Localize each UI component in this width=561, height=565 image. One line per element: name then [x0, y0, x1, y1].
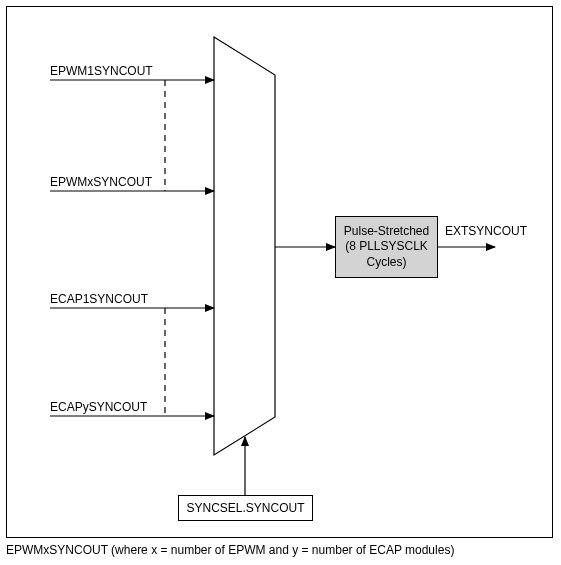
pulse-stretched-block: Pulse-Stretched (8 PLLSYSCLK Cycles) [335, 216, 438, 278]
block-line1: Pulse-Stretched [344, 224, 429, 240]
footnote: EPWMxSYNCOUT (where x = number of EPWM a… [6, 543, 454, 557]
select-label: SYNCSEL.SYNCOUT [186, 501, 304, 515]
diagram-frame: EPWM1SYNCOUT EPWMxSYNCOUT ECAP1SYNCOUT E… [0, 0, 561, 565]
diagram-wires [0, 0, 561, 565]
block-line3: Cycles) [366, 255, 406, 271]
block-line2: (8 PLLSYSCLK [345, 239, 428, 255]
select-box: SYNCSEL.SYNCOUT [178, 495, 313, 521]
output-label: EXTSYNCOUT [445, 224, 527, 238]
